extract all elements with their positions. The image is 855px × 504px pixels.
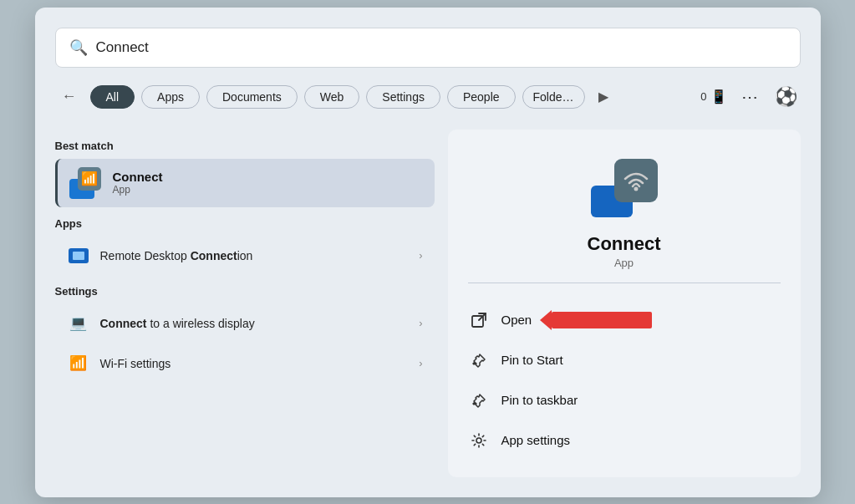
filter-web[interactable]: Web — [304, 85, 360, 109]
monitor-icon: 💻 — [67, 312, 90, 335]
more-filters-button[interactable]: ▶ — [592, 85, 615, 108]
wifi-settings-chevron: › — [419, 357, 422, 369]
main-content: Best match 📶 Connect App Apps — [55, 130, 801, 477]
filter-people[interactable]: People — [447, 85, 516, 109]
app-hero-type: App — [614, 257, 634, 269]
soccer-icon-button[interactable]: ⚽ — [772, 83, 801, 111]
app-settings-icon — [468, 430, 490, 451]
pin-taskbar-icon — [468, 389, 490, 411]
app-hero: Connect App — [468, 155, 781, 283]
settings-section-label: Settings — [55, 285, 435, 298]
best-match-item[interactable]: 📶 Connect App — [55, 159, 435, 207]
filter-settings[interactable]: Settings — [366, 85, 440, 109]
wifi-settings-icon: 📶 — [67, 352, 90, 375]
pin-taskbar-label: Pin to taskbar — [501, 393, 578, 407]
filter-documents[interactable]: Documents — [206, 85, 298, 109]
remote-desktop-text: Remote Desktop Connection — [100, 249, 410, 262]
open-label: Open — [501, 313, 532, 327]
filter-bar-right: 0 📱 ⋯ ⚽ — [700, 83, 800, 111]
open-action-item[interactable]: Open — [468, 300, 781, 340]
wifi-settings-text: Wi-Fi settings — [100, 357, 410, 370]
app-settings-action-item[interactable]: App settings — [468, 420, 781, 461]
best-match-type: App — [113, 184, 163, 196]
left-panel: Best match 📶 Connect App Apps — [55, 130, 448, 477]
pin-start-label: Pin to Start — [501, 353, 563, 367]
pin-taskbar-action-item[interactable]: Pin to taskbar — [468, 380, 781, 420]
app-hero-icon — [591, 155, 658, 221]
taskbar-count: 0 📱 — [700, 89, 726, 104]
search-panel: 🔍 ← All Apps Documents Web Settings Peop… — [35, 8, 821, 497]
filter-bar: ← All Apps Documents Web Settings People… — [55, 83, 801, 111]
red-arrow-annotation — [552, 312, 652, 328]
svg-line-2 — [479, 313, 486, 320]
open-icon — [468, 309, 490, 331]
search-icon: 🔍 — [69, 38, 88, 57]
wireless-display-chevron: › — [419, 317, 422, 329]
apps-section-label: Apps — [55, 217, 435, 230]
wifi-settings-item[interactable]: 📶 Wi-Fi settings › — [55, 344, 435, 383]
connect-app-icon: 📶 — [69, 167, 101, 199]
filter-all[interactable]: All — [90, 85, 135, 109]
app-settings-label: App settings — [501, 433, 571, 447]
taskbar-icon: 📱 — [710, 89, 727, 104]
search-bar: 🔍 — [55, 28, 801, 68]
pin-start-action-item[interactable]: Pin to Start — [468, 340, 781, 380]
filter-apps[interactable]: Apps — [141, 85, 200, 109]
more-options-button[interactable]: ⋯ — [735, 83, 764, 111]
app-hero-name: Connect — [588, 233, 661, 255]
back-button[interactable]: ← — [55, 84, 84, 109]
action-list: Open Pin to Start — [468, 300, 781, 461]
wireless-display-item[interactable]: 💻 Connect to a wireless display › — [55, 304, 435, 343]
filter-folders[interactable]: Folde… — [522, 85, 585, 109]
search-input[interactable] — [96, 39, 786, 56]
best-match-name: Connect — [113, 170, 163, 184]
remote-desktop-chevron: › — [419, 249, 422, 262]
svg-point-3 — [476, 438, 481, 443]
pin-start-icon — [468, 349, 490, 371]
wireless-display-text: Connect to a wireless display — [100, 317, 410, 330]
remote-desktop-item[interactable]: Remote Desktop Connection › — [55, 237, 435, 275]
best-match-label: Best match — [55, 140, 435, 152]
svg-point-0 — [634, 186, 638, 191]
right-panel: Connect App Open — [448, 130, 801, 477]
best-match-info: Connect App — [113, 170, 163, 196]
remote-desktop-icon — [67, 244, 90, 267]
